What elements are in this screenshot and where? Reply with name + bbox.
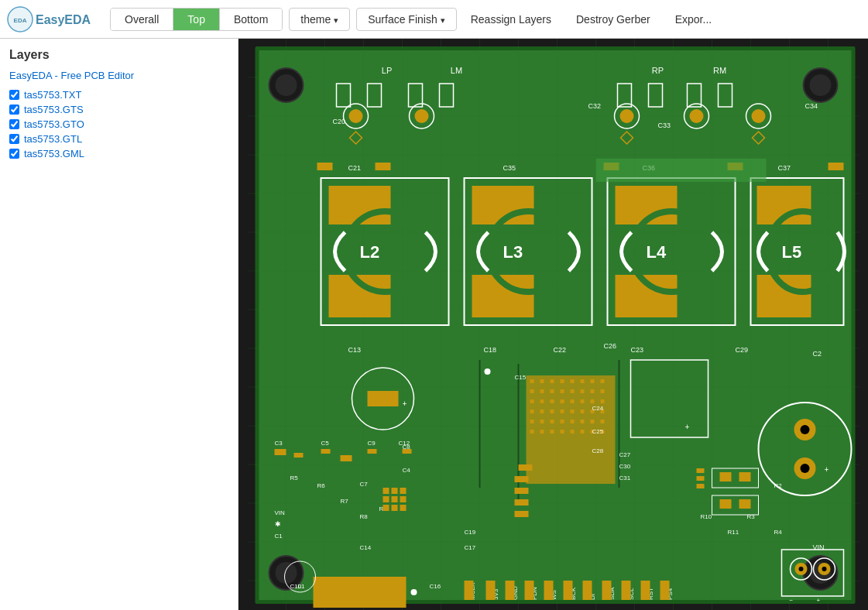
svg-text:C27: C27 xyxy=(619,451,631,458)
svg-rect-159 xyxy=(601,420,605,423)
svg-rect-153 xyxy=(540,420,544,423)
svg-rect-229 xyxy=(622,581,631,600)
reassign-layers-button[interactable]: Reassign Layers xyxy=(460,9,562,30)
svg-text:+: + xyxy=(825,465,829,474)
svg-text:R10: R10 xyxy=(701,513,712,520)
svg-rect-120 xyxy=(530,379,534,383)
svg-rect-261 xyxy=(739,472,751,481)
layer-checkbox-1[interactable] xyxy=(9,105,19,115)
pcb-view: LP LM RP RM C20 C32 C33 C34 C21 C35 C36 … xyxy=(238,39,868,610)
svg-rect-175 xyxy=(341,455,352,461)
tab-bottom[interactable]: Bottom xyxy=(220,9,282,30)
svg-rect-98 xyxy=(757,275,811,317)
theme-menu[interactable]: theme xyxy=(289,8,350,31)
svg-text:R5: R5 xyxy=(290,475,299,481)
svg-rect-155 xyxy=(561,420,564,423)
svg-rect-161 xyxy=(540,430,544,434)
svg-text:VIN: VIN xyxy=(275,509,286,516)
svg-text:RM: RM xyxy=(713,66,726,75)
svg-text:R4: R4 xyxy=(774,529,783,536)
svg-rect-76 xyxy=(317,163,333,170)
layer-checkbox-0[interactable] xyxy=(9,90,19,100)
layers-title: Layers xyxy=(9,48,228,62)
svg-rect-156 xyxy=(571,420,575,423)
svg-rect-235 xyxy=(400,488,407,494)
svg-text:C19: C19 xyxy=(465,529,476,536)
layer-item: tas5753.TXT xyxy=(9,89,228,101)
svg-rect-149 xyxy=(581,410,585,413)
export-button[interactable]: Expor... xyxy=(664,9,722,30)
svg-text:L4: L4 xyxy=(647,242,667,262)
main-area: Layers EasyEDA - Free PCB Editor tas5753… xyxy=(0,39,868,610)
tab-overall[interactable]: Overall xyxy=(111,9,173,30)
destroy-gerber-button[interactable]: Destroy Gerber xyxy=(565,9,661,30)
svg-rect-258 xyxy=(515,511,529,517)
svg-rect-221 xyxy=(465,581,474,600)
layer-label-4[interactable]: tas5753.GML xyxy=(24,148,84,159)
view-tab-group: Overall Top Bottom xyxy=(110,8,283,31)
svg-text:C34: C34 xyxy=(805,102,818,110)
svg-rect-264 xyxy=(739,499,751,509)
layer-item: tas5753.GML xyxy=(9,148,228,159)
svg-text:C15: C15 xyxy=(515,374,527,381)
svg-rect-157 xyxy=(581,420,585,423)
svg-rect-135 xyxy=(601,389,605,393)
tab-top[interactable]: Top xyxy=(173,9,220,30)
layer-checkbox-2[interactable] xyxy=(9,119,19,129)
svg-text:C18: C18 xyxy=(484,346,497,354)
layer-label-0[interactable]: tas5753.TXT xyxy=(24,89,81,101)
svg-rect-240 xyxy=(392,505,398,511)
svg-rect-158 xyxy=(591,420,595,423)
svg-text:C16: C16 xyxy=(430,583,441,590)
svg-rect-202 xyxy=(314,577,407,608)
svg-rect-225 xyxy=(544,581,554,600)
layer-label-1[interactable]: tas5753.GTS xyxy=(24,104,84,115)
svg-rect-172 xyxy=(275,449,286,455)
svg-point-115 xyxy=(801,464,810,473)
layer-checkbox-3[interactable] xyxy=(9,134,19,144)
svg-text:C13: C13 xyxy=(348,346,362,354)
svg-text:C25: C25 xyxy=(592,428,604,435)
surface-finish-label: Surface Finish xyxy=(368,13,437,26)
svg-text:C37: C37 xyxy=(778,164,791,172)
svg-point-70 xyxy=(690,109,704,123)
svg-rect-131 xyxy=(561,389,564,393)
svg-rect-223 xyxy=(506,581,515,600)
svg-rect-226 xyxy=(564,581,573,600)
svg-rect-163 xyxy=(561,430,564,434)
svg-point-66 xyxy=(415,109,429,123)
svg-rect-139 xyxy=(561,399,564,403)
svg-point-72 xyxy=(752,109,766,123)
svg-text:C35: C35 xyxy=(503,164,516,172)
svg-point-203 xyxy=(411,589,417,595)
svg-rect-133 xyxy=(581,389,585,393)
layer-checkbox-4[interactable] xyxy=(9,149,19,159)
svg-text:R7: R7 xyxy=(341,498,349,505)
svg-text:C33: C33 xyxy=(658,122,671,129)
svg-rect-230 xyxy=(641,581,650,600)
svg-text:C14: C14 xyxy=(360,544,372,551)
svg-rect-162 xyxy=(551,430,554,434)
svg-rect-238 xyxy=(400,496,407,502)
svg-text:C26: C26 xyxy=(604,342,617,350)
theme-chevron-icon xyxy=(334,13,338,26)
svg-text:R11: R11 xyxy=(728,529,739,536)
layer-label-2[interactable]: tas5753.GTO xyxy=(24,118,84,130)
svg-point-246 xyxy=(485,368,491,375)
svg-text:LM: LM xyxy=(451,66,462,75)
svg-text:C31: C31 xyxy=(619,475,631,481)
svg-rect-265 xyxy=(697,468,705,473)
easyeda-link[interactable]: EasyEDA - Free PCB Editor xyxy=(9,70,228,81)
svg-rect-237 xyxy=(392,496,398,502)
svg-rect-224 xyxy=(525,581,534,600)
pcb-canvas[interactable]: LP LM RP RM C20 C32 C33 C34 C21 C35 C36 … xyxy=(238,39,868,610)
svg-rect-257 xyxy=(515,499,529,505)
svg-rect-152 xyxy=(530,420,534,423)
svg-point-195 xyxy=(799,567,804,571)
surface-finish-menu[interactable]: Surface Finish xyxy=(356,8,456,31)
svg-rect-80 xyxy=(376,163,391,170)
sidebar: Layers EasyEDA - Free PCB Editor tas5753… xyxy=(0,39,238,610)
svg-text:C21: C21 xyxy=(348,164,362,172)
layer-label-3[interactable]: tas5753.GTL xyxy=(24,133,82,145)
svg-rect-234 xyxy=(392,488,398,494)
